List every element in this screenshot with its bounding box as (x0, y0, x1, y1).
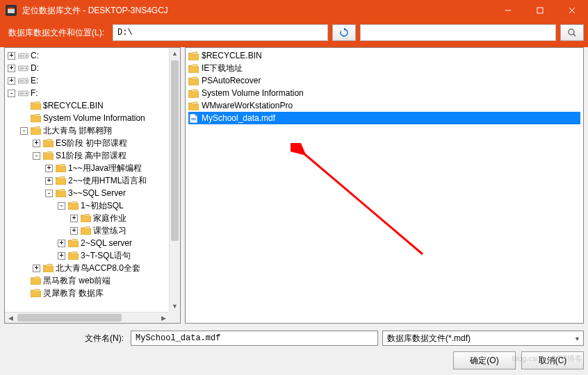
list-item-label: System Volume Information (201, 88, 304, 98)
filetype-value: 数据库数据文件(*.mdf) (387, 333, 471, 344)
scroll-thumb[interactable] (171, 60, 179, 241)
tree-item-label: 家庭作业 (93, 212, 126, 224)
scroll-thumb[interactable] (17, 314, 122, 322)
ok-button[interactable]: 确定(O) (453, 351, 516, 369)
svg-rect-3 (537, 8, 543, 13)
tree-item[interactable]: 灵犀教育 数据库 (5, 287, 169, 299)
expand-icon[interactable]: + (70, 215, 78, 222)
svg-rect-19 (19, 93, 24, 94)
list-item[interactable]: PSAutoRecover (188, 74, 580, 87)
watermark: blog.csdn.nCTO博客 (512, 353, 582, 364)
list-item[interactable]: WMwareWorKstationPro (188, 99, 580, 112)
tree-item-label: D: (31, 63, 39, 73)
tree-item[interactable]: +北大青鸟ACCP8.0全套 (5, 262, 169, 274)
tree-item-label: 灵犀教育 数据库 (43, 288, 104, 299)
tree-item[interactable]: System Volume Information (5, 112, 169, 124)
tree-item[interactable]: +3~T-SQL语句 (5, 249, 169, 262)
scroll-down-icon[interactable]: ▼ (170, 301, 180, 312)
expand-icon[interactable]: + (8, 52, 15, 60)
tree-scrollbar-horizontal[interactable]: ◀ ▶ (5, 312, 169, 323)
bottom-bar: 文件名(N): 数据库数据文件(*.mdf) ▾ 确定(O) 取消(C) (4, 329, 584, 371)
scroll-right-icon[interactable]: ▶ (158, 312, 169, 323)
svg-point-6 (569, 29, 574, 35)
expand-icon[interactable]: + (70, 227, 78, 235)
drive-icon (18, 89, 28, 97)
collapse-icon[interactable]: - (8, 90, 15, 97)
tree-item[interactable]: 黑马教育 web前端 (5, 274, 169, 287)
tree-item[interactable]: +ES阶段 初中部课程 (5, 137, 169, 149)
list-item-label: WMwareWorKstationPro (201, 101, 293, 110)
close-button[interactable] (556, 0, 588, 21)
list-item-label: $RECYCLE.BIN (201, 51, 263, 60)
folder-icon (188, 101, 199, 110)
list-item[interactable]: System Volume Information (188, 87, 580, 99)
refresh-button[interactable] (332, 24, 356, 41)
tree-item[interactable]: +2~~使用HTML语言和 (5, 174, 169, 187)
folder-icon (31, 101, 41, 110)
collapse-icon[interactable]: - (45, 190, 53, 197)
list-item-label: MySchool_data.mdf (201, 113, 276, 123)
tree-item[interactable]: $RECYCLE.BIN (5, 99, 169, 112)
tree-item-label: 1~初始SQL (81, 200, 124, 212)
tree-item[interactable]: +E: (5, 74, 169, 87)
folder-icon (188, 64, 199, 73)
tree-item-label: ES阶段 初中部课程 (56, 138, 127, 149)
tree-item-label: F: (31, 88, 38, 98)
titlebar: 定位数据库文件 - DESKTOP-3NS4GCJ (0, 0, 588, 21)
search-button[interactable] (560, 24, 584, 41)
list-item[interactable]: MySchool_data.mdf (188, 112, 580, 124)
list-item[interactable]: IE下载地址 (188, 62, 580, 74)
tree-item[interactable]: +D: (5, 62, 169, 74)
tree-item-label: S1阶段 高中部课程 (56, 150, 126, 162)
file-list[interactable]: $RECYCLE.BINIE下载地址PSAutoRecoverSystem Vo… (185, 47, 584, 324)
tree-item[interactable]: -1~初始SQL (5, 199, 169, 212)
tree-item[interactable]: -3~~SQL Server (5, 187, 169, 199)
expand-icon[interactable]: + (33, 265, 40, 272)
search-input[interactable] (360, 24, 556, 41)
minimize-button[interactable] (492, 0, 524, 21)
list-item[interactable]: $RECYCLE.BIN (188, 49, 580, 62)
tree-item[interactable]: -S1阶段 高中部课程 (5, 149, 169, 162)
svg-rect-1 (8, 8, 15, 9)
collapse-icon[interactable]: - (33, 152, 40, 160)
tree-item[interactable]: -F: (5, 87, 169, 99)
drive-icon (18, 76, 28, 85)
filetype-select[interactable]: 数据库数据文件(*.mdf) ▾ (382, 331, 584, 346)
tree-item[interactable]: +C: (5, 49, 169, 62)
folder-icon (188, 51, 199, 60)
collapse-icon[interactable]: - (20, 127, 28, 135)
svg-rect-20 (191, 118, 196, 119)
expand-icon[interactable]: + (33, 140, 40, 147)
maximize-button[interactable] (524, 0, 556, 21)
expand-icon[interactable]: + (58, 240, 65, 247)
svg-rect-10 (19, 56, 24, 57)
folder-icon (68, 251, 79, 260)
filename-input[interactable] (131, 331, 378, 346)
tree-item-label: $RECYCLE.BIN (43, 101, 104, 110)
expand-icon[interactable]: + (8, 65, 15, 72)
drive-icon (18, 51, 28, 60)
chevron-down-icon: ▾ (575, 335, 579, 342)
folder-icon (43, 151, 54, 160)
tree-scrollbar-vertical[interactable]: ▲ ▼ (169, 48, 180, 312)
expand-icon[interactable]: + (58, 252, 65, 260)
svg-rect-13 (19, 68, 24, 69)
folder-icon (43, 139, 54, 147)
tree-item[interactable]: +家庭作业 (5, 212, 169, 224)
folder-icon (68, 239, 79, 247)
filename-label: 文件名(N): (4, 333, 126, 344)
path-input[interactable] (113, 24, 328, 41)
expand-icon[interactable]: + (45, 177, 53, 185)
tree-item[interactable]: +1~~用Java理解编程 (5, 162, 169, 174)
scroll-up-icon[interactable]: ▲ (170, 48, 180, 59)
tree-item[interactable]: -北大青鸟 邯郸翱翔 (5, 124, 169, 137)
expand-icon[interactable]: + (8, 77, 15, 85)
collapse-icon[interactable]: - (58, 202, 65, 210)
expand-icon[interactable]: + (45, 165, 53, 172)
tree-item-label: 3~T-SQL语句 (81, 250, 131, 262)
folder-tree[interactable]: +C:+D:+E:-F:$RECYCLE.BINSystem Volume In… (4, 47, 181, 324)
tree-item[interactable]: +课堂练习 (5, 224, 169, 237)
tree-item[interactable]: +2~SQL server (5, 237, 169, 249)
folder-icon (43, 264, 54, 272)
scroll-left-icon[interactable]: ◀ (5, 312, 16, 323)
